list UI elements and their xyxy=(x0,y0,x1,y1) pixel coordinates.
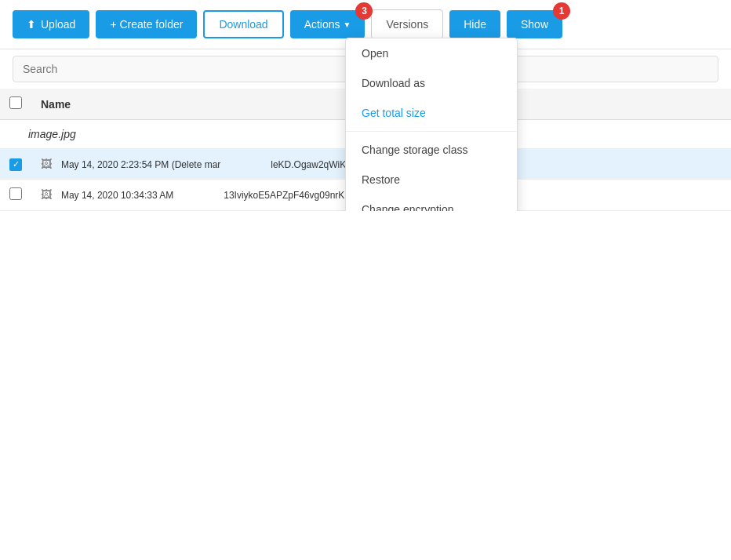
file-icon: 🖼 xyxy=(41,158,52,170)
upload-button[interactable]: ⬆ Upload xyxy=(13,10,89,38)
menu-item-restore[interactable]: Restore xyxy=(346,165,517,195)
actions-dropdown-wrapper: Actions ▼ 3 xyxy=(290,10,366,38)
file-icon: 🖼 xyxy=(41,188,52,201)
show-badge: 1 xyxy=(553,2,570,20)
show-button-wrapper: Show 1 xyxy=(507,10,562,38)
actions-badge: 3 xyxy=(355,2,373,20)
file-date: May 14, 2020 10:34:33 AM xyxy=(61,190,173,201)
checkbox-cell xyxy=(0,179,31,210)
select-all-checkbox[interactable] xyxy=(9,96,22,109)
upload-icon: ⬆ xyxy=(27,18,36,31)
dropdown-divider-1 xyxy=(346,131,517,132)
show-button[interactable]: Show 1 xyxy=(507,10,562,38)
chevron-down-icon: ▼ xyxy=(344,20,351,29)
menu-item-download-as[interactable]: Download as xyxy=(346,68,517,98)
checked-checkbox[interactable]: ✓ xyxy=(9,158,22,171)
menu-item-get-total-size[interactable]: Get total size xyxy=(346,98,517,128)
menu-item-change-storage-class[interactable]: Change storage class xyxy=(346,135,517,165)
page-wrapper: ⬆ Upload + Create folder Download Action… xyxy=(0,0,731,211)
file-etag: 13IviykoE5APZpF46vg09nrK xyxy=(224,190,344,201)
versions-button[interactable]: Versions xyxy=(371,9,443,39)
create-folder-button[interactable]: + Create folder xyxy=(96,10,197,38)
row-checkbox[interactable] xyxy=(9,187,22,200)
col-checkbox xyxy=(0,89,31,120)
hide-button[interactable]: Hide xyxy=(449,10,500,38)
download-button[interactable]: Download xyxy=(203,10,283,38)
actions-button[interactable]: Actions ▼ 3 xyxy=(290,10,366,38)
actions-dropdown-menu: Open Download as Get total size Change s… xyxy=(345,38,518,211)
checkbox-cell: ✓ xyxy=(0,149,31,180)
file-date: May 14, 2020 2:23:54 PM (Delete mar xyxy=(61,159,220,170)
menu-item-open[interactable]: Open xyxy=(346,38,517,68)
menu-item-change-encryption[interactable]: Change encryption xyxy=(346,195,517,211)
